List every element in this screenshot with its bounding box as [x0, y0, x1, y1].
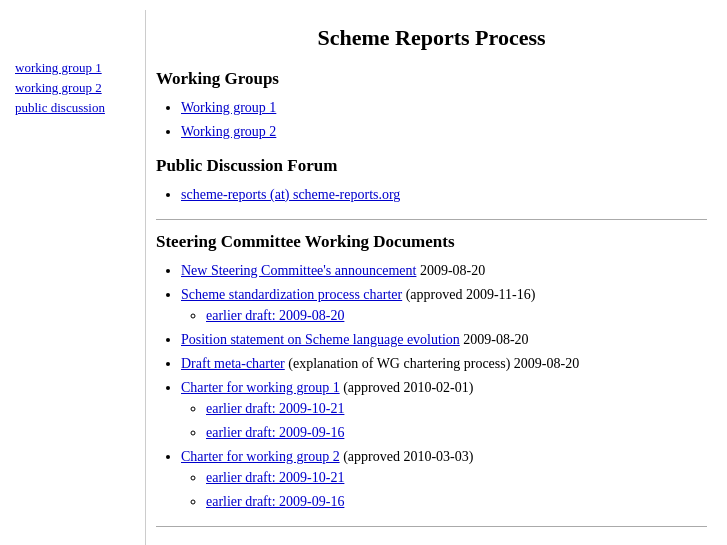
steering-link-5[interactable]: Charter for working group 1	[181, 380, 340, 395]
sidebar-link-wg1[interactable]: working group 1	[15, 60, 135, 76]
steering-suffix-3: 2009-08-20	[460, 332, 529, 347]
sidebar-link-wg2[interactable]: working group 2	[15, 80, 135, 96]
wg2-link[interactable]: Working group 2	[181, 124, 276, 139]
list-item: Working group 2	[181, 121, 707, 142]
list-item: Draft meta-charter (explanation of WG ch…	[181, 353, 707, 374]
steering-sub-link-5-1[interactable]: earlier draft: 2009-10-21	[206, 401, 344, 416]
list-item: Scheme standardization process charter (…	[181, 284, 707, 326]
working-groups-section: Working Groups Working group 1 Working g…	[156, 69, 707, 142]
list-item: earlier draft: 2009-09-16	[206, 491, 707, 512]
working-groups-heading: Working Groups	[156, 69, 707, 89]
divider-bottom	[156, 526, 707, 527]
steering-suffix-5: (approved 2010-02-01)	[340, 380, 474, 395]
sidebar-link-public[interactable]: public discussion	[15, 100, 135, 116]
steering-link-1[interactable]: New Steering Committee's announcement	[181, 263, 416, 278]
steering-heading: Steering Committee Working Documents	[156, 232, 707, 252]
steering-sub-link-5-2[interactable]: earlier draft: 2009-09-16	[206, 425, 344, 440]
list-item: earlier draft: 2009-08-20	[206, 305, 707, 326]
list-item: New Steering Committee's announcement 20…	[181, 260, 707, 281]
steering-link-4[interactable]: Draft meta-charter	[181, 356, 285, 371]
steering-link-6[interactable]: Charter for working group 2	[181, 449, 340, 464]
steering-suffix-6: (approved 2010-03-03)	[340, 449, 474, 464]
steering-sublist-6: earlier draft: 2009-10-21 earlier draft:…	[206, 467, 707, 512]
page-title: Scheme Reports Process	[156, 20, 707, 51]
steering-sublist-2: earlier draft: 2009-08-20	[206, 305, 707, 326]
steering-suffix-4: (explanation of WG chartering process) 2…	[285, 356, 579, 371]
public-discussion-section: Public Discussion Forum scheme-reports (…	[156, 156, 707, 205]
steering-section: Steering Committee Working Documents New…	[156, 232, 707, 512]
main-content: Scheme Reports Process Working Groups Wo…	[145, 10, 727, 545]
email-link[interactable]: scheme-reports (at) scheme-reports.org	[181, 187, 400, 202]
list-item: earlier draft: 2009-10-21	[206, 467, 707, 488]
steering-suffix-1: 2009-08-20	[416, 263, 485, 278]
public-discussion-heading: Public Discussion Forum	[156, 156, 707, 176]
steering-sub-link-6-2[interactable]: earlier draft: 2009-09-16	[206, 494, 344, 509]
list-item: Position statement on Scheme language ev…	[181, 329, 707, 350]
steering-sublist-5: earlier draft: 2009-10-21 earlier draft:…	[206, 398, 707, 443]
wg1-link[interactable]: Working group 1	[181, 100, 276, 115]
steering-link-2[interactable]: Scheme standardization process charter	[181, 287, 402, 302]
list-item: Charter for working group 2 (approved 20…	[181, 446, 707, 512]
list-item: Charter for working group 1 (approved 20…	[181, 377, 707, 443]
list-item: scheme-reports (at) scheme-reports.org	[181, 184, 707, 205]
steering-sub-link-6-1[interactable]: earlier draft: 2009-10-21	[206, 470, 344, 485]
divider-top	[156, 219, 707, 220]
list-item: earlier draft: 2009-09-16	[206, 422, 707, 443]
page-wrapper: working group 1 working group 2 public d…	[0, 0, 727, 545]
steering-sub-link-2-1[interactable]: earlier draft: 2009-08-20	[206, 308, 344, 323]
steering-list: New Steering Committee's announcement 20…	[181, 260, 707, 512]
steering-link-3[interactable]: Position statement on Scheme language ev…	[181, 332, 460, 347]
sidebar: working group 1 working group 2 public d…	[0, 10, 145, 545]
list-item: earlier draft: 2009-10-21	[206, 398, 707, 419]
list-item: Working group 1	[181, 97, 707, 118]
steering-suffix-2: (approved 2009-11-16)	[402, 287, 535, 302]
working-groups-list: Working group 1 Working group 2	[181, 97, 707, 142]
public-discussion-list: scheme-reports (at) scheme-reports.org	[181, 184, 707, 205]
